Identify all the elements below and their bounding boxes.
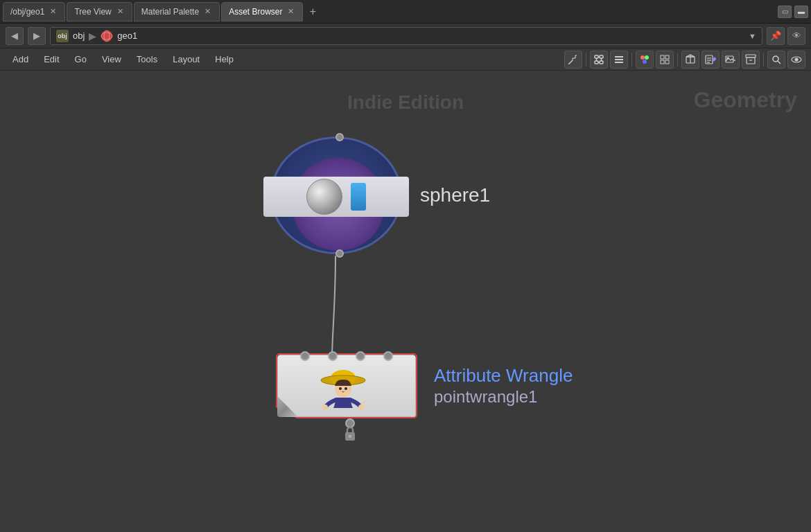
wrangle1-character <box>298 360 388 411</box>
nav-back-button[interactable]: ◀ <box>6 27 24 45</box>
breadcrumb-obj-label[interactable]: obj <box>73 30 85 41</box>
toolbar-divider-4 <box>763 53 764 66</box>
menu-layout[interactable]: Layout <box>166 51 207 67</box>
grid4-icon[interactable] <box>656 51 674 69</box>
breadcrumb-dropdown-icon[interactable]: ▼ <box>749 32 756 40</box>
svg-rect-18 <box>665 55 669 59</box>
win-restore-button[interactable]: ▭ <box>778 6 792 18</box>
breadcrumb-separator: ▶ <box>89 30 96 42</box>
forward-icon: ▶ <box>33 30 40 41</box>
sphere1-dot-top[interactable] <box>335 133 344 141</box>
menu-tools[interactable]: Tools <box>130 51 164 67</box>
menu-edit[interactable]: Edit <box>37 51 66 67</box>
sphere1-ball <box>306 179 342 215</box>
tab-bar: /obj/geo1 ✕ Tree View ✕ Material Palette… <box>0 0 811 24</box>
archive-icon[interactable] <box>742 51 760 69</box>
wrench-icon[interactable] <box>564 51 582 69</box>
tab-tree-view-label: Tree View <box>74 7 111 17</box>
node-sphere1[interactable]: sphere1 <box>270 136 490 254</box>
wrangle1-dot-1[interactable] <box>300 351 310 361</box>
window-controls: ▭ ▬ <box>778 6 808 18</box>
svg-rect-11 <box>615 56 623 57</box>
svg-point-38 <box>795 58 798 61</box>
svg-point-45 <box>345 387 347 390</box>
tab-tree-view[interactable]: Tree View ✕ <box>67 2 132 21</box>
back-icon: ◀ <box>11 30 18 41</box>
breadcrumb: obj obj ▶ geo1 ▼ <box>50 27 762 45</box>
list-icon[interactable] <box>610 51 628 69</box>
svg-rect-17 <box>661 55 664 59</box>
svg-point-29 <box>727 57 729 59</box>
menu-go[interactable]: Go <box>68 51 94 67</box>
svg-rect-5 <box>595 61 598 64</box>
wrangle1-dot-4[interactable] <box>383 351 393 361</box>
tab-material-palette[interactable]: Material Palette ✕ <box>134 2 220 21</box>
color-icon[interactable] <box>636 51 654 69</box>
svg-line-48 <box>361 401 365 405</box>
sphere1-connector <box>351 183 366 211</box>
tab-obj-geo1-label: /obj/geo1 <box>10 7 44 17</box>
svg-rect-20 <box>665 60 669 64</box>
address-bar: ◀ ▶ obj obj ▶ geo1 ▼ 📌 👁 <box>0 24 811 48</box>
menu-add[interactable]: Add <box>6 51 35 67</box>
lock-icon-wrap <box>343 425 357 445</box>
svg-rect-6 <box>600 61 603 64</box>
tab-asset-browser-label: Asset Browser <box>229 7 282 17</box>
breadcrumb-geo-icon <box>101 30 113 42</box>
svg-rect-3 <box>595 55 598 58</box>
menu-view[interactable]: View <box>95 51 128 67</box>
canvas-area: Indie Edition Geometry sphere1 <box>0 71 811 532</box>
watermark-indie: Indie Edition <box>347 91 464 114</box>
addimage-icon[interactable] <box>722 51 740 69</box>
menu-help[interactable]: Help <box>208 51 241 67</box>
svg-rect-4 <box>600 55 603 58</box>
svg-line-36 <box>778 61 781 64</box>
svg-rect-50 <box>349 435 351 438</box>
svg-point-47 <box>358 405 364 410</box>
nav-forward-button[interactable]: ▶ <box>28 27 46 45</box>
tab-obj-geo1[interactable]: /obj/geo1 ✕ <box>3 2 65 21</box>
pin-button[interactable]: 📌 <box>767 27 785 45</box>
menu-bar: Add Edit Go View Tools Layout Help <box>0 48 811 71</box>
network-icon[interactable] <box>590 51 608 69</box>
wrangle1-type-label: Attribute Wrangle <box>434 365 573 387</box>
view2-icon[interactable] <box>787 51 805 69</box>
svg-point-44 <box>339 387 342 390</box>
edit2-icon[interactable] <box>701 51 720 69</box>
svg-rect-12 <box>615 59 623 60</box>
tab-obj-geo1-close[interactable]: ✕ <box>49 7 58 16</box>
add-tab-button[interactable]: + <box>304 3 321 20</box>
watermark-geometry: Geometry <box>694 87 797 113</box>
tab-tree-view-close[interactable]: ✕ <box>116 7 125 16</box>
address-right-controls: 📌 👁 <box>767 27 805 45</box>
wrangle1-dot-2[interactable] <box>328 351 338 361</box>
tab-material-palette-label: Material Palette <box>141 7 199 17</box>
svg-point-16 <box>643 60 647 64</box>
node-pointwrangle1[interactable]: Attribute Wrangle pointwrangle1 <box>277 348 573 424</box>
box-icon[interactable] <box>681 51 699 69</box>
view-button[interactable]: 👁 <box>787 27 805 45</box>
win-min-button[interactable]: ▬ <box>794 6 808 18</box>
eye2-icon: 👁 <box>792 30 801 41</box>
sphere1-dot-bottom[interactable] <box>335 249 344 258</box>
svg-point-0 <box>101 30 112 42</box>
wrangle1-dot-3[interactable] <box>356 351 365 361</box>
svg-rect-13 <box>615 62 623 63</box>
breadcrumb-geo1-label[interactable]: geo1 <box>117 30 137 41</box>
svg-point-14 <box>640 55 645 60</box>
toolbar-icons <box>564 51 805 69</box>
sphere1-body[interactable] <box>270 136 409 254</box>
toolbar-divider-3 <box>677 53 678 66</box>
sphere1-banner <box>263 177 409 217</box>
svg-rect-19 <box>661 60 664 64</box>
wrangle1-body[interactable] <box>277 348 423 424</box>
svg-point-35 <box>773 56 778 62</box>
svg-point-15 <box>645 55 649 60</box>
search2-icon[interactable] <box>767 51 785 69</box>
tab-material-palette-close[interactable]: ✕ <box>203 7 212 16</box>
sphere1-label: sphere1 <box>420 184 490 206</box>
svg-point-46 <box>322 405 328 410</box>
toolbar-divider-2 <box>631 53 632 66</box>
tab-asset-browser-close[interactable]: ✕ <box>286 7 295 16</box>
tab-asset-browser[interactable]: Asset Browser ✕ <box>221 2 303 21</box>
